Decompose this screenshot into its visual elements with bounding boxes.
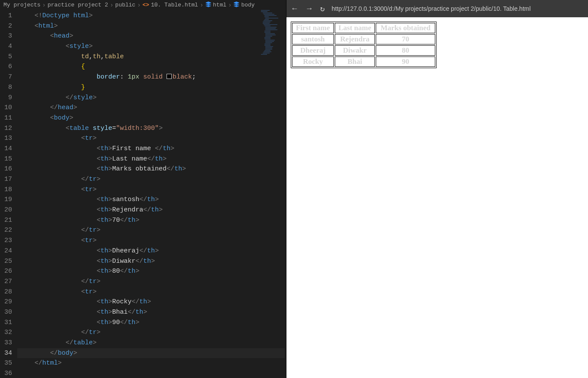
reload-button[interactable]: ↻ <box>320 4 325 13</box>
table-cell: 90 <box>376 57 435 67</box>
editor-pane: My projects › practice project 2 › publi… <box>0 0 286 378</box>
preview-toolbar: ← → ↻ http://127.0.0.1:3000/d:/My projec… <box>286 0 588 17</box>
breadcrumbs: My projects › practice project 2 › publi… <box>0 0 286 10</box>
chevron-right-icon: › <box>200 2 203 9</box>
table-cell: Dheeraj <box>292 45 334 56</box>
breadcrumb-item[interactable]: public <box>115 2 135 8</box>
element-icon <box>205 1 211 9</box>
preview-table: First name Last name Marks obtained sant… <box>291 22 437 68</box>
table-cell: Diwakr <box>335 45 375 56</box>
chevron-right-icon: › <box>42 2 46 9</box>
preview-content: First name Last name Marks obtained sant… <box>286 17 588 378</box>
table-header-cell: First name <box>292 23 334 33</box>
table-row: Rocky Bhai 90 <box>292 57 435 67</box>
forward-button[interactable]: → <box>305 4 313 13</box>
chevron-right-icon: › <box>110 2 113 9</box>
table-header-cell: Marks obtained <box>376 23 435 33</box>
code-editor[interactable]: 1234567891011121314151617181920212223242… <box>0 10 286 378</box>
breadcrumb-item[interactable]: html <box>213 2 226 8</box>
breadcrumb-item[interactable]: body <box>241 2 255 8</box>
table-row: santosh Rejendra 70 <box>292 34 435 44</box>
table-row: Dheeraj Diwakr 80 <box>292 45 435 56</box>
html-file-icon: <> <box>142 2 149 8</box>
back-button[interactable]: ← <box>291 4 299 13</box>
breadcrumb-item[interactable]: practice project 2 <box>47 2 108 8</box>
table-cell: 70 <box>376 34 435 44</box>
table-row: First name Last name Marks obtained <box>292 23 435 33</box>
table-cell: Rejendra <box>335 34 375 44</box>
table-cell: santosh <box>292 34 334 44</box>
split-resize-handle[interactable] <box>285 0 286 378</box>
table-header-cell: Last name <box>335 23 375 33</box>
code-content[interactable]: <!Doctype html> <html> <head> <style> td… <box>19 11 285 378</box>
breadcrumb-item[interactable]: 10. Table.html <box>151 2 198 8</box>
url-bar[interactable]: http://127.0.0.1:3000/d:/My projects/pra… <box>332 5 584 12</box>
preview-pane: ← → ↻ http://127.0.0.1:3000/d:/My projec… <box>286 0 588 378</box>
table-cell: 80 <box>376 45 435 56</box>
chevron-right-icon: › <box>228 2 232 9</box>
line-number-gutter: 1234567891011121314151617181920212223242… <box>0 11 19 378</box>
table-cell: Rocky <box>292 57 334 67</box>
chevron-right-icon: › <box>137 2 141 9</box>
element-icon <box>233 1 239 9</box>
table-cell: Bhai <box>335 57 375 67</box>
breadcrumb-item[interactable]: My projects <box>3 2 41 8</box>
